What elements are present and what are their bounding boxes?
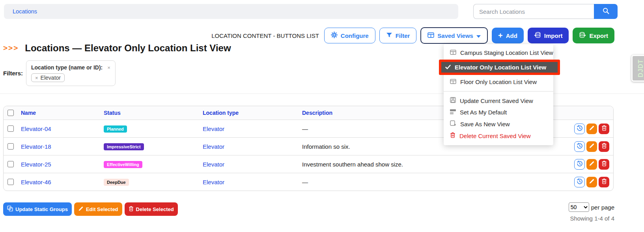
export-button[interactable]: Export: [573, 28, 614, 43]
column-header-location-type[interactable]: Location type: [203, 110, 302, 116]
add-label: Add: [506, 32, 517, 39]
location-type-link[interactable]: Elevator: [203, 179, 302, 185]
status-badge: DeepDue: [104, 179, 129, 186]
history-icon: [577, 143, 583, 150]
per-page-select[interactable]: 50: [569, 202, 589, 212]
configure-button[interactable]: Configure: [324, 28, 375, 43]
trash-icon: [601, 161, 607, 168]
per-page-control: 50 per page: [569, 202, 614, 212]
table-row: Elevator-25 EffectiveWilling Elevator In…: [4, 155, 613, 173]
funnel-icon: [386, 32, 392, 39]
search-icon: [602, 7, 610, 16]
breadcrumb-locations-link[interactable]: Locations: [13, 8, 37, 15]
check-icon: [445, 64, 451, 71]
history-button[interactable]: [574, 177, 585, 187]
delete-button[interactable]: [599, 177, 609, 187]
plus-icon: +: [498, 32, 503, 39]
menu-item-elevator-only-view[interactable]: Elevator Only Location List View: [441, 62, 558, 73]
page-title: Locations — Elevator Only Location List …: [25, 43, 231, 54]
filters-bar: Filters: Location type (name or ID): × ×…: [3, 60, 116, 86]
debug-toolbar-handle[interactable]: DJDT: [631, 55, 644, 82]
page-title-row: >>> Locations — Elevator Only Location L…: [3, 43, 231, 54]
saved-views-label: Saved Views: [437, 32, 473, 39]
menu-item-delete-saved-view[interactable]: Delete Current Saved View: [444, 130, 553, 142]
pencil-icon: [589, 178, 595, 185]
menu-item-campus-staging-view[interactable]: Campus Staging Location List View: [444, 47, 553, 58]
status-badge: EffectiveWilling: [104, 161, 142, 168]
status-badge: ImpressiveStrict: [104, 143, 144, 150]
delete-button[interactable]: [599, 123, 609, 134]
debug-toolbar-label: DJDT: [637, 59, 644, 77]
row-checkbox[interactable]: [7, 143, 14, 150]
pencil-icon: [78, 206, 84, 213]
edit-button[interactable]: [586, 123, 597, 134]
pencil-icon: [589, 143, 595, 150]
delete-button[interactable]: [599, 159, 609, 170]
location-type-link[interactable]: Elevator: [203, 125, 302, 132]
location-type-link[interactable]: Elevator: [203, 143, 302, 150]
filter-group-label: Location type (name or ID):: [31, 64, 103, 71]
edit-button[interactable]: [586, 141, 597, 152]
edit-button[interactable]: [586, 159, 597, 170]
trash-icon: [601, 143, 607, 150]
selected-view-highlight: Elevator Only Location List View: [439, 60, 560, 75]
table-icon: [450, 79, 456, 85]
menu-item-set-default[interactable]: Set As My Default: [444, 107, 553, 118]
showing-count: Showing 1-4 of 4: [570, 215, 614, 222]
history-button[interactable]: [574, 123, 585, 134]
history-button[interactable]: [574, 159, 585, 170]
delete-button[interactable]: [599, 141, 609, 152]
history-icon: [577, 125, 583, 133]
delete-selected-button[interactable]: Delete Selected: [125, 202, 178, 216]
locations-list-page: Locations LOCATION CONTENT - BUTTONS LIS…: [0, 0, 644, 232]
filters-label: Filters:: [3, 70, 23, 77]
tag-remove-icon[interactable]: ×: [35, 75, 38, 81]
bulk-actions-bar: Update Static Groups Edit Selected Delet…: [3, 202, 178, 216]
filter-tag-elevator[interactable]: × Elevator: [31, 73, 65, 82]
filter-group: Location type (name or ID): × × Elevator: [26, 60, 116, 86]
history-button[interactable]: [574, 141, 585, 152]
database-export-icon: [579, 32, 586, 39]
location-type-link[interactable]: Elevator: [203, 161, 302, 168]
toolbar: LOCATION CONTENT - BUTTONS LIST Configur…: [211, 27, 614, 44]
column-header-status[interactable]: Status: [104, 110, 203, 116]
description-cell: —: [302, 179, 563, 185]
group-icon: [7, 206, 13, 213]
column-header-name[interactable]: Name: [21, 110, 104, 116]
status-badge: Planned: [104, 125, 127, 133]
filter-tag-label: Elevator: [41, 75, 61, 81]
chevrons-icon: >>>: [3, 44, 19, 52]
row-checkbox[interactable]: [7, 125, 14, 132]
add-button[interactable]: + Add: [492, 28, 524, 43]
filter-button[interactable]: Filter: [379, 28, 417, 43]
edit-button[interactable]: [586, 177, 597, 187]
location-name-link[interactable]: Elevator-18: [21, 143, 104, 150]
search-input[interactable]: [473, 4, 594, 19]
saved-views-button[interactable]: Saved Views: [420, 27, 488, 44]
saved-views-dropdown: Campus Staging Location List View Elevat…: [444, 44, 553, 145]
edit-selected-button[interactable]: Edit Selected: [74, 202, 122, 216]
per-page-label: per page: [591, 204, 614, 211]
table-icon: [427, 32, 434, 39]
trash-icon: [450, 132, 455, 139]
row-checkbox[interactable]: [7, 161, 14, 167]
menu-item-save-as-new[interactable]: Save As New View: [444, 118, 553, 130]
menu-item-floor-only-view[interactable]: Floor Only Location List View: [444, 76, 553, 88]
breadcrumb: Locations: [4, 4, 458, 19]
select-all-checkbox[interactable]: [7, 110, 14, 116]
update-static-groups-button[interactable]: Update Static Groups: [3, 202, 72, 216]
location-name-link[interactable]: Elevator-46: [21, 179, 104, 185]
location-name-link[interactable]: Elevator-04: [21, 125, 104, 132]
import-button[interactable]: Import: [528, 28, 569, 43]
location-name-link[interactable]: Elevator-25: [21, 161, 104, 168]
menu-item-update-saved-view[interactable]: Update Current Saved View: [444, 95, 553, 107]
search-button[interactable]: [594, 4, 618, 19]
list-title: LOCATION CONTENT - BUTTONS LIST: [211, 32, 319, 39]
table-row: Elevator-46 DeepDue Elevator —: [4, 173, 613, 191]
save-icon: [450, 97, 456, 104]
trash-icon: [601, 178, 607, 185]
filter-group-remove-icon[interactable]: ×: [107, 65, 110, 71]
history-icon: [577, 178, 583, 186]
row-checkbox[interactable]: [7, 179, 14, 185]
pencil-icon: [589, 161, 595, 168]
